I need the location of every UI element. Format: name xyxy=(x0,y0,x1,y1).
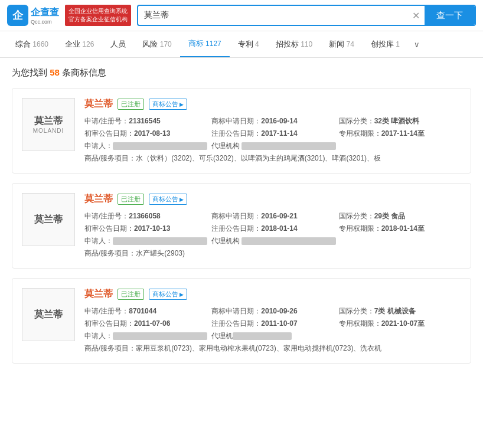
exclusive: 专用权期限：2017-11-14至 xyxy=(339,129,461,139)
banner-line2: 官方备案企业征信机构 xyxy=(68,15,128,24)
result-summary: 为您找到 58 条商标信息 xyxy=(12,67,471,79)
first-pub-val: 2017-08-13 xyxy=(134,129,170,138)
exclusive-3: 专用权期限：2021-10-07至 xyxy=(339,319,461,329)
tab-风险[interactable]: 风险 170 xyxy=(134,32,180,57)
first-pub-val-3: 2011-07-06 xyxy=(134,319,170,328)
result-suffix: 条商标信息 xyxy=(62,67,106,77)
trademark-info-1: 莫兰蒂 已注册 商标公告▶ 申请/注册号：21316545 商标申请日期：201… xyxy=(84,98,461,163)
tab-label: 人员 xyxy=(110,40,126,48)
tab-label: 风险 xyxy=(142,40,158,48)
tab-label: 企业 xyxy=(65,40,80,48)
tab-count: 126 xyxy=(80,40,94,48)
agent-blur-3 xyxy=(233,332,292,340)
reg-pub-val-3: 2011-10-07 xyxy=(261,319,297,328)
title-row-1: 莫兰蒂 已注册 商标公告▶ xyxy=(84,98,461,110)
logo-main: 企查查 xyxy=(31,6,59,19)
trademark-logo-3: 莫兰蒂 xyxy=(22,288,75,341)
trademark-card-1: 莫兰蒂 MOLANDI 莫兰蒂 已注册 商标公告▶ 申请/注册号：2131654… xyxy=(12,88,471,174)
logo-text: 企查查 Qcc.com xyxy=(31,6,59,25)
exclusive-2: 专用权期限：2018-01-14至 xyxy=(339,224,461,234)
trademark-info-2: 莫兰蒂 已注册 商标公告▶ 申请/注册号：21366058 商标申请日期：201… xyxy=(84,193,461,259)
intl-class-val-2: 29类 食品 xyxy=(374,212,406,220)
tab-count: 4 xyxy=(253,40,259,48)
tab-label: 商标 xyxy=(188,39,204,48)
tab-label: 综合 xyxy=(15,40,31,48)
intl-class: 国际分类：32类 啤酒饮料 xyxy=(339,116,461,126)
tab-创投库[interactable]: 创投库 1 xyxy=(363,32,408,57)
tab-label: 创投库 xyxy=(371,40,394,48)
reg-no-val: 21316545 xyxy=(129,117,160,125)
reg-no-label: 申请/注册号：21316545 xyxy=(84,116,207,126)
result-count: 58 xyxy=(50,67,60,77)
trademark-name-1[interactable]: 莫兰蒂 xyxy=(84,98,113,110)
applicant-blur-3 xyxy=(113,332,207,340)
reg-pub-val-2: 2018-01-14 xyxy=(261,224,297,233)
intl-class-val: 32类 啤酒饮料 xyxy=(374,117,420,125)
badge-registered-3: 已注册 xyxy=(118,289,144,300)
logo-icon: 企 xyxy=(7,5,28,26)
tab-count: 170 xyxy=(158,40,171,48)
reg-no-val-3: 8701044 xyxy=(129,307,156,315)
first-pub: 初审公告日期：2017-08-13 xyxy=(84,129,207,139)
tab-综合[interactable]: 综合 1660 xyxy=(7,32,57,57)
nav-more[interactable]: ∨ xyxy=(408,33,426,56)
trademark-logo-1: 莫兰蒂 MOLANDI xyxy=(22,98,75,151)
reg-pub: 注册公告日期：2017-11-14 xyxy=(211,129,334,139)
first-pub-2: 初审公告日期：2017-10-13 xyxy=(84,224,207,234)
agent-blur xyxy=(242,142,336,150)
tab-新闻[interactable]: 新闻 74 xyxy=(321,32,363,57)
badge-announcement-1[interactable]: 商标公告▶ xyxy=(149,99,187,110)
search-clear-icon[interactable]: ✕ xyxy=(407,10,425,21)
reg-no-label-3: 申请/注册号：8701044 xyxy=(84,306,207,316)
trademark-name-3[interactable]: 莫兰蒂 xyxy=(84,288,113,300)
logo-cn-1: 莫兰蒂 xyxy=(34,115,63,127)
info-grid-3: 申请/注册号：8701044 商标申请日期：2010-09-26 国际分类：7类… xyxy=(84,306,461,354)
exclusive-val-3: 2021-10-07至 xyxy=(381,319,425,328)
tab-count: 1 xyxy=(394,40,400,48)
badge-registered-2: 已注册 xyxy=(118,194,144,205)
header: 企 企查查 Qcc.com 全国企业信用查询系统 官方备案企业征信机构 ✕ 查一… xyxy=(0,0,483,31)
banner-line1: 全国企业信用查询系统 xyxy=(68,7,128,15)
info-grid-2: 申请/注册号：21366058 商标申请日期：2016-09-21 国际分类：2… xyxy=(84,211,461,259)
badge-announcement-3[interactable]: 商标公告▶ xyxy=(149,289,187,300)
app-date-val: 2016-09-14 xyxy=(261,117,297,125)
logo-url: Qcc.com xyxy=(31,19,59,25)
intl-class-3: 国际分类：7类 机械设备 xyxy=(339,306,461,316)
tab-企业[interactable]: 企业 126 xyxy=(57,32,102,57)
exclusive-val: 2017-11-14至 xyxy=(381,129,425,138)
trademark-name-2[interactable]: 莫兰蒂 xyxy=(84,193,113,205)
tab-招投标[interactable]: 招投标 110 xyxy=(267,32,321,57)
badge-announcement-2[interactable]: 商标公告▶ xyxy=(149,194,187,205)
logo-en-1: MOLANDI xyxy=(33,127,64,134)
applicant-row-2: 申请人： 代理机构 xyxy=(84,236,461,246)
trademark-card-2: 莫兰蒂 莫兰蒂 已注册 商标公告▶ 申请/注册号：21366058 商标申请日期… xyxy=(12,183,471,269)
tab-count: 1660 xyxy=(31,40,48,48)
app-date: 商标申请日期：2016-09-14 xyxy=(211,116,334,126)
first-pub-3: 初审公告日期：2011-07-06 xyxy=(84,319,207,329)
title-row-3: 莫兰蒂 已注册 商标公告▶ xyxy=(84,288,461,300)
app-date-val-2: 2016-09-21 xyxy=(261,212,297,220)
chevron-right-icon: ▶ xyxy=(180,102,184,107)
tab-count: 110 xyxy=(299,40,312,48)
reg-pub-3: 注册公告日期：2011-10-07 xyxy=(211,319,334,329)
tab-count: 74 xyxy=(344,40,354,48)
reg-pub-2: 注册公告日期：2018-01-14 xyxy=(211,224,334,234)
intl-class-2: 国际分类：29类 食品 xyxy=(339,211,461,221)
result-prefix: 为您找到 xyxy=(12,67,47,77)
search-bar: ✕ 查一下 xyxy=(137,5,476,26)
search-button[interactable]: 查一下 xyxy=(425,6,475,25)
reg-pub-val: 2017-11-14 xyxy=(261,129,297,138)
reg-no-val-2: 21366058 xyxy=(129,212,160,220)
tab-人员[interactable]: 人员 xyxy=(102,32,134,57)
trademark-info-3: 莫兰蒂 已注册 商标公告▶ 申请/注册号：8701044 商标申请日期：2010… xyxy=(84,288,461,354)
app-date-val-3: 2010-09-26 xyxy=(261,307,297,315)
tab-商标[interactable]: 商标 1127 xyxy=(180,31,230,57)
search-input[interactable] xyxy=(138,11,407,20)
reg-no-label-2: 申请/注册号：21366058 xyxy=(84,211,207,221)
trademark-card-3: 莫兰蒂 莫兰蒂 已注册 商标公告▶ 申请/注册号：8701044 商标申请日期：… xyxy=(12,278,471,364)
content: 为您找到 58 条商标信息 莫兰蒂 MOLANDI 莫兰蒂 已注册 商标公告▶ … xyxy=(0,58,483,382)
tab-专利[interactable]: 专利 4 xyxy=(230,32,267,57)
tab-count: 1127 xyxy=(204,40,221,48)
logo-char: 企 xyxy=(12,8,23,22)
nav-tabs: 综合 1660 企业 126 人员 风险 170 商标 1127 专利 4 招投… xyxy=(0,31,483,58)
